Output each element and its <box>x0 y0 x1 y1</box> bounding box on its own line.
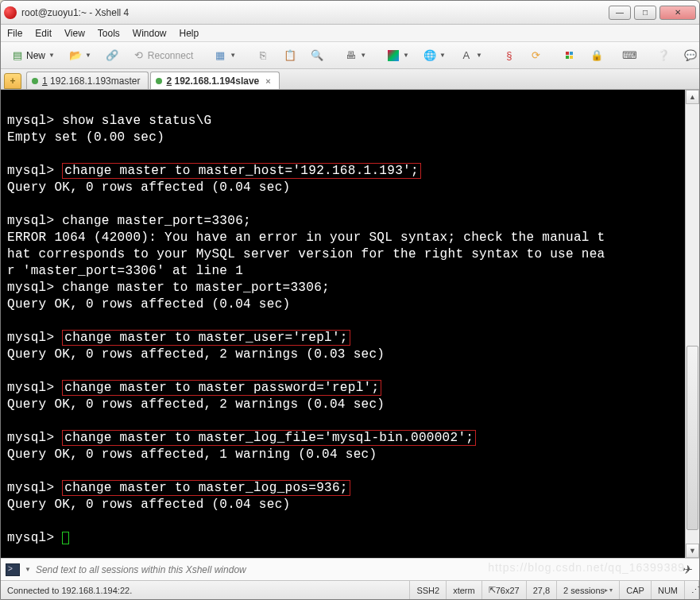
menu-help[interactable]: Help <box>180 28 199 39</box>
reconnect-button[interactable]: ⟲Reconnect <box>127 46 199 65</box>
highlight-box: change master to master_host='192.168.1.… <box>62 163 421 179</box>
menu-tools[interactable]: Tools <box>98 28 120 39</box>
highlight-box: change master to master_user='repl'; <box>62 330 350 346</box>
status-pos: 27,8 <box>527 581 557 599</box>
status-dot-icon <box>32 78 38 84</box>
color-icon <box>387 49 400 62</box>
tab-slave[interactable]: 2 192.168.1.194slave × <box>150 72 279 89</box>
highlight-box: change master to master_log_pos=936; <box>62 480 350 496</box>
refresh-button[interactable]: ⟳ <box>524 46 548 65</box>
print-button[interactable]: 🖶▼ <box>338 46 372 65</box>
title-bar[interactable]: root@zuoyu1:~ - Xshell 4 — □ ✕ <box>1 1 699 25</box>
link-icon: 🔗 <box>106 49 118 62</box>
globe-icon: 🌐 <box>423 49 436 62</box>
status-sessions: 2 sessions ▸ ▾ <box>557 581 620 599</box>
window-buttons: — □ ✕ <box>609 6 696 20</box>
properties-button[interactable]: ▦▼ <box>208 46 242 65</box>
minimize-button[interactable]: — <box>609 6 631 20</box>
toolbar: ▤New▼ 📂▼ 🔗 ⟲Reconnect ▦▼ ⎘ 📋 🔍 🖶▼ ▼ 🌐▼ A… <box>1 42 699 69</box>
new-button[interactable]: ▤New▼ <box>6 46 60 65</box>
folder-icon: 📂 <box>69 49 82 62</box>
status-resize-grip[interactable]: ⋰ <box>685 581 699 599</box>
terminal[interactable]: mysql> show slave status\G Empty set (0.… <box>1 90 685 558</box>
menu-edit[interactable]: Edit <box>35 28 52 39</box>
open-button[interactable]: 📂▼ <box>64 46 97 65</box>
cursor <box>62 532 69 544</box>
lock-button[interactable]: 🔒 <box>585 46 609 65</box>
font-icon: A <box>460 49 473 62</box>
properties-icon: ▦ <box>214 49 226 62</box>
lock-icon: 🔒 <box>590 49 603 62</box>
print-icon: 🖶 <box>344 49 357 62</box>
compose-input[interactable] <box>36 564 677 575</box>
link-button[interactable]: 🔗 <box>100 46 124 65</box>
compose-dropdown-icon[interactable]: ▼ <box>25 566 31 573</box>
send-icon[interactable]: ✈ <box>682 563 694 577</box>
language-button[interactable]: 🌐▼ <box>418 46 451 65</box>
scroll-up-icon[interactable]: ▲ <box>686 90 699 104</box>
tab-master[interactable]: 1 192.168.1.193master <box>26 72 149 89</box>
tile-icon <box>563 49 576 62</box>
script-button[interactable]: § <box>497 46 521 65</box>
status-dot-icon <box>156 78 162 84</box>
color-button[interactable]: ▼ <box>381 46 415 65</box>
terminal-area: mysql> show slave status\G Empty set (0.… <box>1 90 699 558</box>
keyboard-button[interactable]: ⌨ <box>618 46 642 65</box>
scroll-thumb[interactable] <box>686 346 698 530</box>
font-button[interactable]: A▼ <box>454 46 488 65</box>
status-cap: CAP <box>620 581 652 599</box>
copy-icon: ⎘ <box>257 49 269 62</box>
refresh-icon: ⟳ <box>530 49 543 62</box>
bubble-icon: 💬 <box>684 49 697 62</box>
compose-terminal-icon[interactable] <box>6 563 20 576</box>
tab-close-icon[interactable]: × <box>265 76 270 86</box>
menu-window[interactable]: Window <box>133 28 167 39</box>
scroll-down-icon[interactable]: ▼ <box>686 544 699 558</box>
highlight-box: change master to master_log_file='mysql-… <box>62 430 476 446</box>
status-num: NUM <box>652 581 685 599</box>
find-button[interactable]: 🔍 <box>305 46 329 65</box>
status-connection: Connected to 192.168.1.194:22. <box>1 581 410 599</box>
new-icon: ▤ <box>11 49 24 62</box>
help-icon: ❔ <box>657 49 670 62</box>
tile-button[interactable] <box>558 46 582 65</box>
status-bar: Connected to 192.168.1.194:22. SSH2 xter… <box>1 580 699 599</box>
status-size: ‭⇱ 76x27 <box>482 581 527 599</box>
menu-bar: File Edit View Tools Window Help <box>1 25 699 42</box>
menu-file[interactable]: File <box>7 28 22 39</box>
tab-bar: + 1 192.168.1.193master 2 192.168.1.194s… <box>1 69 699 90</box>
reconnect-icon: ⟲ <box>133 49 145 62</box>
menu-view[interactable]: View <box>64 28 85 39</box>
find-icon: 🔍 <box>311 49 323 62</box>
scroll-track[interactable] <box>686 104 699 544</box>
app-icon <box>4 6 17 19</box>
status-term: xterm <box>447 581 482 599</box>
add-tab-button[interactable]: + <box>4 73 21 89</box>
window-title: root@zuoyu1:~ - Xshell 4 <box>21 7 609 18</box>
paste-button[interactable]: 📋 <box>278 46 302 65</box>
compose-bar: ▼ ✈ <box>1 558 699 580</box>
app-window: root@zuoyu1:~ - Xshell 4 — □ ✕ File Edit… <box>0 0 700 600</box>
copy-button[interactable]: ⎘ <box>251 46 275 65</box>
paste-icon: 📋 <box>284 49 296 62</box>
maximize-button[interactable]: □ <box>634 6 656 20</box>
close-button[interactable]: ✕ <box>659 6 696 20</box>
keyboard-icon: ⌨ <box>624 49 636 62</box>
highlight-box: change master to master password='repl'; <box>62 380 381 396</box>
feedback-button[interactable]: 💬 <box>679 46 700 65</box>
vertical-scrollbar[interactable]: ▲ ▼ <box>685 90 699 558</box>
status-protocol: SSH2 <box>410 581 447 599</box>
help-button[interactable]: ❔ <box>652 46 675 65</box>
script-icon: § <box>503 49 516 62</box>
